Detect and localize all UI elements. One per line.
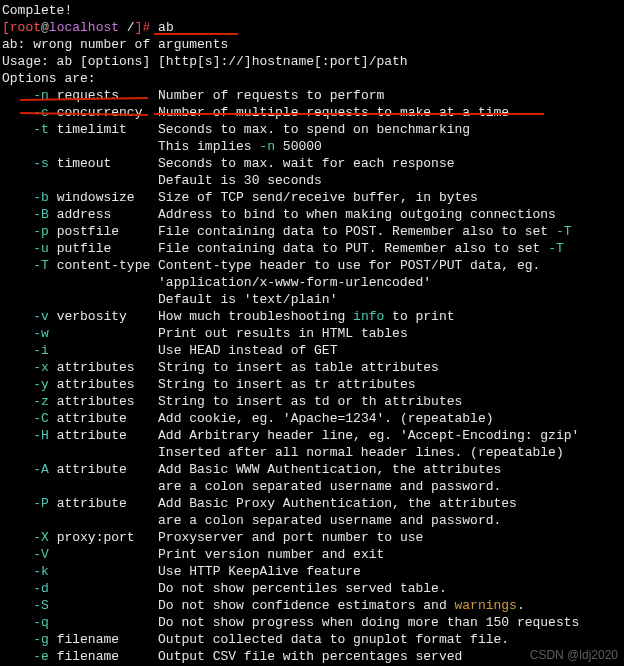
error-line: ab: wrong number of arguments (2, 37, 228, 52)
terminal-output: Complete! [root@localhost /]# ab ab: wro… (2, 2, 622, 666)
prompt-line: [root@localhost /]# ab (2, 20, 174, 35)
complete-line: Complete! (2, 3, 72, 18)
options-header: Options are: (2, 71, 96, 86)
annotation-underline (154, 33, 238, 35)
watermark: CSDN @ldj2020 (530, 647, 618, 664)
annotation-underline (154, 113, 544, 115)
usage-line: Usage: ab [options] [http[s]://]hostname… (2, 54, 408, 69)
